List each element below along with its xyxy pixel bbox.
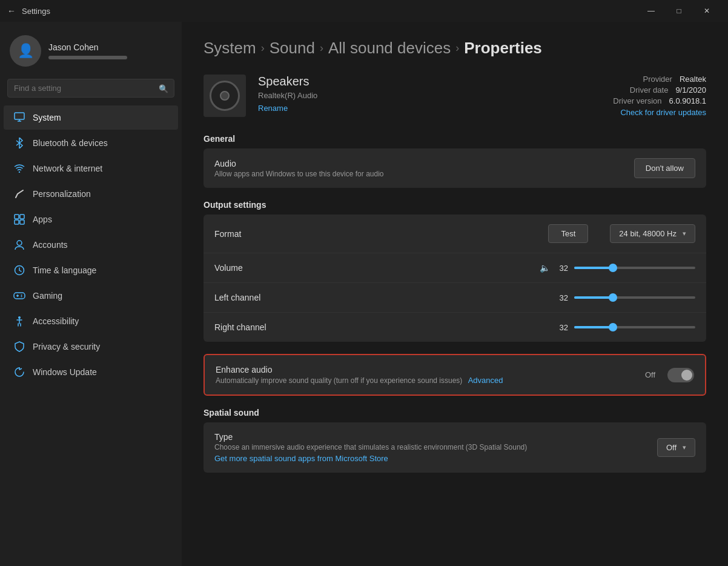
- enhance-audio-section: Enhance audio Automatically improve soun…: [204, 354, 706, 396]
- personalization-icon: [13, 188, 25, 200]
- test-button[interactable]: Test: [548, 224, 588, 243]
- driver-version-value: 6.0.9018.1: [669, 96, 706, 105]
- accessibility-icon: [13, 315, 25, 327]
- left-channel-row: Left channel 32: [204, 283, 706, 313]
- advanced-link[interactable]: Advanced: [468, 376, 503, 385]
- volume-row: Volume 🔈 32: [204, 253, 706, 283]
- enhance-audio-toggle-thumb: [681, 370, 692, 381]
- sidebar-item-privacy[interactable]: Privacy & security: [4, 335, 178, 359]
- right-channel-slider-track[interactable]: [574, 326, 695, 328]
- volume-icon: 🔈: [540, 263, 550, 273]
- svg-rect-5: [20, 215, 24, 219]
- sidebar-item-apps[interactable]: Apps: [4, 207, 178, 231]
- svg-point-3: [19, 171, 20, 173]
- driver-version-label: Driver version: [613, 96, 661, 105]
- enhance-audio-toggle[interactable]: [667, 368, 694, 382]
- driver-version-row: Driver version 6.0.9018.1: [613, 96, 706, 105]
- left-channel-slider-thumb: [609, 293, 617, 302]
- audio-label-group: Audio Allow apps and Windows to use this…: [214, 159, 627, 178]
- sidebar-item-network-label: Network & internet: [33, 164, 102, 173]
- format-label: Format: [214, 229, 541, 239]
- sidebar-item-network[interactable]: Network & internet: [4, 156, 178, 181]
- maximize-button[interactable]: □: [665, 0, 693, 22]
- right-channel-label: Right channel: [214, 322, 451, 332]
- search-icon: 🔍: [159, 84, 168, 93]
- spatial-type-value: Off: [666, 443, 677, 452]
- content-area: System › Sound › All sound devices › Pro…: [182, 22, 728, 566]
- svg-rect-10: [14, 293, 25, 299]
- sidebar-item-gaming[interactable]: Gaming: [4, 284, 178, 308]
- svg-point-13: [21, 295, 22, 296]
- volume-slider-fill: [574, 267, 613, 269]
- audio-sub: Allow apps and Windows to use this devic…: [214, 170, 627, 178]
- spatial-type-dropdown[interactable]: Off ▾: [657, 438, 695, 457]
- sidebar-item-bluetooth-label: Bluetooth & devices: [33, 138, 108, 148]
- format-label-group: Format: [214, 229, 541, 239]
- device-info: Speakers Realtek(R) Audio Rename: [258, 75, 601, 113]
- sidebar-item-time-label: Time & language: [33, 265, 96, 275]
- sidebar-item-personalization[interactable]: Personalization: [4, 182, 178, 206]
- volume-label: Volume: [214, 263, 451, 273]
- main-layout: 👤 Jason Cohen 🔍 System: [0, 22, 728, 566]
- left-channel-slider-track[interactable]: [574, 296, 695, 299]
- apps-icon: [13, 213, 25, 225]
- sidebar-item-update[interactable]: Windows Update: [4, 360, 178, 384]
- close-button[interactable]: ✕: [693, 0, 721, 22]
- provider-row: Provider Realtek: [613, 75, 706, 84]
- left-channel-label: Left channel: [214, 293, 451, 302]
- gaming-icon: [13, 290, 25, 302]
- store-link[interactable]: Get more spatial sound apps from Microso…: [214, 454, 650, 463]
- spatial-sound-section: Spatial sound Type Choose an immersive a…: [204, 408, 706, 473]
- update-icon: [13, 366, 25, 378]
- dont-allow-button[interactable]: Don't allow: [634, 158, 695, 178]
- svg-rect-4: [15, 215, 19, 219]
- sidebar-item-system-label: System: [33, 113, 61, 122]
- search-input[interactable]: [7, 79, 174, 98]
- spatial-sound-card: Type Choose an immersive audio experienc…: [204, 422, 706, 473]
- format-dropdown-arrow: ▾: [683, 230, 686, 238]
- spatial-type-label: Type: [214, 432, 650, 442]
- device-meta: Provider Realtek Driver date 9/1/2020 Dr…: [613, 75, 706, 117]
- breadcrumb: System › Sound › All sound devices › Pro…: [204, 39, 706, 58]
- breadcrumb-all-sound[interactable]: All sound devices: [328, 39, 451, 58]
- sidebar-item-accounts[interactable]: Accounts: [4, 233, 178, 257]
- search-box: 🔍: [7, 79, 174, 98]
- user-subtitle-bar: [48, 56, 127, 59]
- left-channel-label-group: Left channel: [214, 293, 451, 302]
- volume-value: 32: [556, 264, 568, 273]
- sidebar-item-system[interactable]: System: [4, 105, 178, 130]
- breadcrumb-sound[interactable]: Sound: [270, 39, 315, 58]
- left-channel-slider-container: 32: [458, 293, 695, 302]
- device-name: Speakers: [258, 75, 601, 88]
- system-icon: [13, 112, 25, 124]
- audio-label: Audio: [214, 159, 627, 168]
- back-button[interactable]: ←: [7, 6, 16, 16]
- speaker-cone: [220, 91, 230, 101]
- enhance-audio-toggle-label: Off: [645, 370, 655, 379]
- format-dropdown[interactable]: 24 bit, 48000 Hz ▾: [610, 224, 695, 243]
- volume-slider-track[interactable]: [574, 267, 695, 269]
- format-row: Format Test 24 bit, 48000 Hz ▾: [204, 215, 706, 253]
- right-channel-value: 32: [556, 323, 568, 332]
- spatial-type-sub: Choose an immersive audio experience tha…: [214, 443, 650, 463]
- sidebar-item-accessibility[interactable]: Accessibility: [4, 309, 178, 333]
- minimize-button[interactable]: —: [637, 0, 665, 22]
- sidebar-item-time[interactable]: Time & language: [4, 258, 178, 282]
- network-icon: [13, 162, 25, 175]
- spatial-sound-title: Spatial sound: [204, 408, 706, 418]
- sidebar-item-bluetooth[interactable]: Bluetooth & devices: [4, 131, 178, 155]
- left-channel-value: 32: [556, 293, 568, 302]
- enhance-audio-card: Enhance audio Automatically improve soun…: [204, 354, 706, 396]
- check-driver-link[interactable]: Check for driver updates: [613, 108, 706, 117]
- driver-date-value: 9/1/2020: [675, 85, 706, 95]
- provider-label: Provider: [643, 75, 672, 84]
- user-name: Jason Cohen: [48, 42, 127, 52]
- volume-label-group: Volume: [214, 263, 451, 273]
- device-rename-link[interactable]: Rename: [258, 104, 288, 113]
- volume-slider-container: 🔈 32: [458, 263, 695, 273]
- breadcrumb-system[interactable]: System: [204, 39, 256, 58]
- window-controls: — □ ✕: [637, 0, 721, 22]
- audio-row: Audio Allow apps and Windows to use this…: [204, 148, 706, 188]
- titlebar: ← Settings — □ ✕: [0, 0, 728, 22]
- sidebar-item-apps-label: Apps: [33, 215, 52, 224]
